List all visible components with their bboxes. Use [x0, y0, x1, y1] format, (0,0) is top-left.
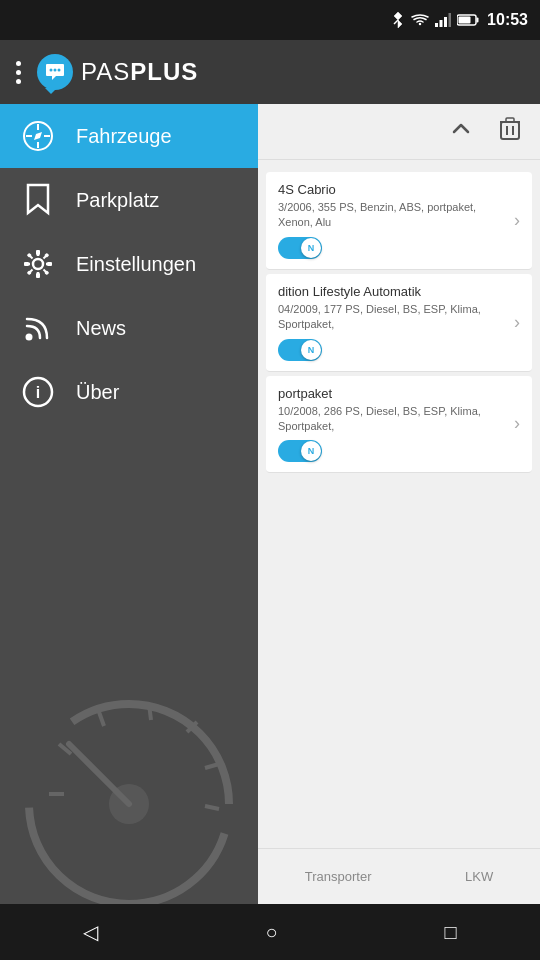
chevron-right-1: › [514, 312, 520, 333]
vehicle-details-1: 04/2009, 177 PS, Diesel, BS, ESP, Klima,… [278, 302, 506, 333]
main-layout: Fahrzeuge Parkplatz [0, 104, 540, 904]
vehicle-list: 4S Cabrio 3/2006, 355 PS, Benzin, ABS, p… [258, 160, 540, 848]
svg-rect-4 [449, 13, 452, 27]
toggle-track-0[interactable]: N [278, 237, 322, 259]
sidebar-item-news[interactable]: News [0, 296, 258, 360]
svg-rect-6 [477, 18, 479, 23]
toggle-thumb-2: N [301, 441, 321, 461]
svg-point-26 [26, 334, 33, 341]
toggle-thumb-1: N [301, 340, 321, 360]
svg-point-9 [54, 69, 57, 72]
toggle-thumb-0: N [301, 238, 321, 258]
status-time: 10:53 [487, 11, 528, 29]
chevron-right-0: › [514, 210, 520, 231]
sidebar-label-news: News [76, 317, 126, 340]
svg-point-8 [50, 69, 53, 72]
sidebar-item-fahrzeuge[interactable]: Fahrzeuge [0, 104, 258, 168]
vehicle-toggle-1[interactable]: N [278, 339, 506, 361]
vehicle-details-0: 3/2006, 355 PS, Benzin, ABS, portpaket, … [278, 200, 506, 231]
svg-rect-7 [459, 17, 471, 24]
wifi-icon [411, 13, 429, 27]
bluetooth-icon [391, 11, 405, 29]
vehicle-item-1[interactable]: dition Lifestyle Automatik 04/2009, 177 … [266, 274, 532, 372]
toggle-track-1[interactable]: N [278, 339, 322, 361]
sidebar: Fahrzeuge Parkplatz [0, 104, 258, 904]
svg-rect-3 [444, 17, 447, 27]
content-toolbar [258, 104, 540, 160]
bottom-tab-bar: Transporter LKW [258, 848, 540, 904]
svg-line-34 [99, 712, 104, 726]
delete-button[interactable] [492, 109, 528, 155]
svg-text:i: i [36, 384, 40, 401]
vehicle-item-0[interactable]: 4S Cabrio 3/2006, 355 PS, Benzin, ABS, p… [266, 172, 532, 270]
svg-point-10 [58, 69, 61, 72]
svg-line-37 [205, 764, 219, 768]
tab-transporter[interactable]: Transporter [293, 861, 384, 892]
svg-rect-2 [440, 20, 443, 27]
vehicle-details-2: 10/2008, 286 PS, Diesel, BS, ESP, Klima,… [278, 404, 506, 435]
sidebar-item-ueber[interactable]: i Über [0, 360, 258, 424]
svg-point-17 [33, 259, 43, 269]
vehicle-info-2: portpaket 10/2008, 286 PS, Diesel, BS, E… [278, 386, 506, 463]
svg-line-35 [149, 704, 151, 720]
rss-icon [20, 310, 56, 346]
speedometer-watermark [0, 644, 258, 904]
status-icons [391, 11, 479, 29]
svg-line-38 [205, 806, 219, 809]
vehicle-info-0: 4S Cabrio 3/2006, 355 PS, Benzin, ABS, p… [278, 182, 506, 259]
vehicle-title-1: dition Lifestyle Automatik [278, 284, 506, 299]
svg-line-0 [394, 20, 398, 24]
info-icon: i [20, 374, 56, 410]
svg-rect-20 [24, 262, 29, 266]
app-header: PASPLUS [0, 40, 540, 104]
signal-icon [435, 13, 451, 27]
status-bar: 10:53 [0, 0, 540, 40]
toggle-track-2[interactable]: N [278, 440, 322, 462]
sidebar-label-fahrzeuge: Fahrzeuge [76, 125, 172, 148]
chevron-right-2: › [514, 413, 520, 434]
vehicle-toggle-2[interactable]: N [278, 440, 506, 462]
bookmark-icon [20, 182, 56, 218]
svg-rect-1 [435, 23, 438, 27]
svg-rect-21 [47, 262, 52, 266]
sidebar-label-einstellungen: Einstellungen [76, 253, 196, 276]
vehicle-title-0: 4S Cabrio [278, 182, 506, 197]
recent-button[interactable]: □ [444, 921, 456, 944]
battery-icon [457, 14, 479, 26]
tab-lkw[interactable]: LKW [453, 861, 505, 892]
home-button[interactable]: ○ [265, 921, 277, 944]
menu-button[interactable] [16, 61, 21, 84]
content-area: 4S Cabrio 3/2006, 355 PS, Benzin, ABS, p… [258, 104, 540, 904]
sidebar-item-parkplatz[interactable]: Parkplatz [0, 168, 258, 232]
vehicle-info-1: dition Lifestyle Automatik 04/2009, 177 … [278, 284, 506, 361]
gear-icon [20, 246, 56, 282]
logo-bubble [37, 54, 73, 90]
logo-text: PASPLUS [81, 58, 198, 86]
sidebar-label-parkplatz: Parkplatz [76, 189, 159, 212]
android-nav-bar: ◁ ○ □ [0, 904, 540, 960]
svg-rect-19 [36, 273, 40, 278]
vehicle-toggle-0[interactable]: N [278, 237, 506, 259]
collapse-button[interactable] [442, 110, 480, 154]
svg-line-31 [69, 744, 129, 804]
back-button[interactable]: ◁ [83, 920, 98, 944]
svg-rect-39 [501, 122, 519, 139]
compass-icon [20, 118, 56, 154]
sidebar-item-einstellungen[interactable]: Einstellungen [0, 232, 258, 296]
svg-rect-18 [36, 250, 40, 255]
app-logo: PASPLUS [37, 54, 198, 90]
chat-icon [44, 63, 66, 81]
vehicle-item-2[interactable]: portpaket 10/2008, 286 PS, Diesel, BS, E… [266, 376, 532, 474]
sidebar-label-ueber: Über [76, 381, 119, 404]
vehicle-title-2: portpaket [278, 386, 506, 401]
